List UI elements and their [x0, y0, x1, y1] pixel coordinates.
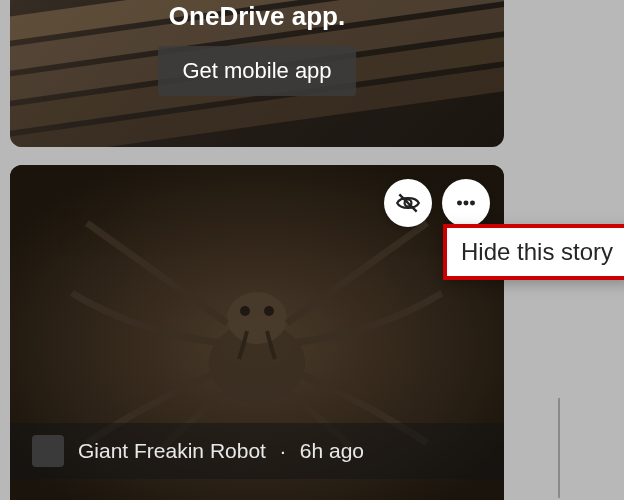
source-name: Giant Freakin Robot: [78, 439, 266, 463]
more-options-button[interactable]: [442, 179, 490, 227]
promo-title: OneDrive app.: [169, 1, 345, 32]
meta-separator: ·: [280, 439, 286, 463]
story-age: 6h ago: [300, 439, 364, 463]
hide-story-button[interactable]: [384, 179, 432, 227]
story-meta: Giant Freakin Robot · 6h ago: [10, 423, 504, 479]
scrollbar[interactable]: [558, 398, 560, 498]
svg-point-7: [464, 201, 469, 206]
svg-point-6: [457, 201, 462, 206]
svg-point-3: [264, 306, 274, 316]
svg-point-2: [240, 306, 250, 316]
hide-story-tooltip: Hide this story: [443, 224, 624, 280]
source-icon: [32, 435, 64, 467]
svg-point-1: [227, 292, 287, 344]
hide-icon: [395, 190, 421, 216]
more-icon: [453, 190, 479, 216]
svg-line-5: [399, 194, 416, 211]
svg-point-8: [470, 201, 475, 206]
spider-illustration: [67, 213, 447, 453]
story-action-row: [384, 179, 490, 227]
onedrive-promo-card: OneDrive app. Get mobile app: [10, 0, 504, 147]
news-story-card[interactable]: Giant Freakin Robot · 6h ago: [10, 165, 504, 500]
get-mobile-app-button[interactable]: Get mobile app: [158, 46, 355, 96]
